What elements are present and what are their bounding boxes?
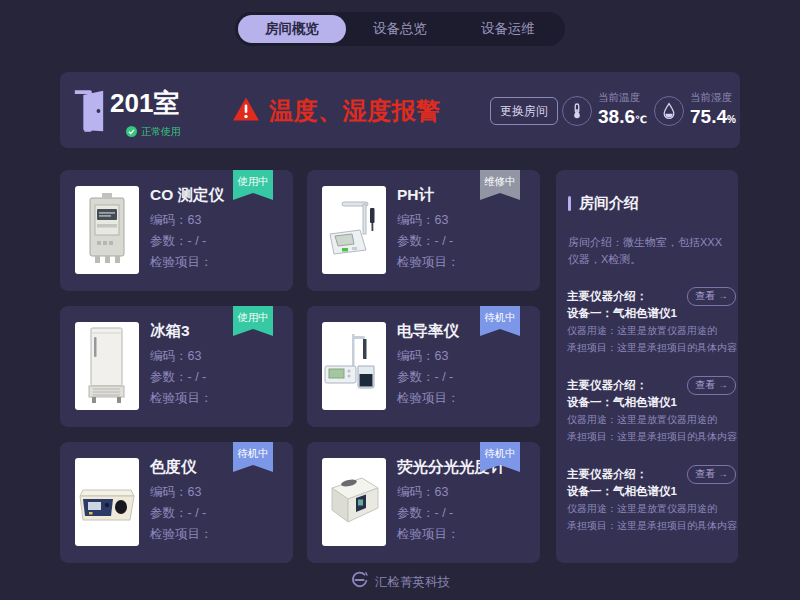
status-badge: 维修中 [480,170,520,200]
tab-room-overview[interactable]: 房间概览 [238,15,346,43]
instrument-sections: 主要仪器介绍： 查看 → 设备一：气相色谱仪1 仪器用途：这里是放置仪器用途的 … [567,288,736,555]
section-device: 设备一：气相色谱仪1 [567,483,736,500]
humidity-value: 75.4% [690,106,736,128]
device-image-conductivity-meter [322,322,386,410]
droplet-icon [654,96,684,126]
section-usage: 仪器用途：这里是放置仪器用途的 [567,500,736,517]
device-card-conductivity-meter[interactable]: 电导率仪 编码：63 参数：- / - 检验项目： 待机中 [307,306,540,427]
temperature-unit: ℃ [635,114,647,125]
device-params: 参数：- / - [150,231,213,252]
change-room-button[interactable]: 更换房间 [490,97,558,125]
instrument-section: 主要仪器介绍： 查看 → 设备一：气相色谱仪1 仪器用途：这里是放置仪器用途的 … [567,288,736,356]
device-details: 编码：63 参数：- / - 检验项目： [397,346,460,409]
status-badge: 待机中 [233,442,273,472]
current-temperature: 当前温度 38.6℃ [598,91,647,128]
device-image-co-meter [75,186,139,274]
door-icon [72,88,106,138]
tab-device-maintenance[interactable]: 设备运维 [454,15,562,43]
device-image-colorimeter [75,458,139,546]
section-project: 承担项目：这里是承担项目的具体内容 [567,428,736,445]
device-card-fluorometer[interactable]: 荧光分光光度计 编码：63 参数：- / - 检验项目： 待机中 [307,442,540,563]
device-code: 编码：63 [150,346,213,367]
device-name: 色度仪 [150,457,197,478]
device-name: 冰箱3 [150,321,190,342]
device-items: 检验项目： [150,252,213,273]
section-heading: 主要仪器介绍： [567,467,648,482]
device-image-ph-meter [322,186,386,274]
device-code: 编码：63 [397,346,460,367]
device-code: 编码：63 [397,210,460,231]
device-code: 编码：63 [150,482,213,503]
view-button[interactable]: 查看 → [687,465,736,484]
device-code: 编码：63 [397,482,460,503]
device-card-colorimeter[interactable]: 色度仪 编码：63 参数：- / - 检验项目： 待机中 [60,442,293,563]
room-intro-text: 房间介绍：微生物室，包括XXX仪器，X检测。 [568,234,728,268]
thermometer-icon [562,96,592,126]
alarm-text: 温度、湿度报警 [269,95,441,127]
device-card-co-meter[interactable]: CO 测定仪 编码：63 参数：- / - 检验项目： 使用中 [60,170,293,291]
device-image-fluorometer [322,458,386,546]
device-items: 检验项目： [150,388,213,409]
temperature-label: 当前温度 [598,91,647,105]
device-image-fridge [75,322,139,410]
instrument-section: 主要仪器介绍： 查看 → 设备一：气相色谱仪1 仪器用途：这里是放置仪器用途的 … [567,377,736,445]
device-card-ph-meter[interactable]: PH计 编码：63 参数：- / - 检验项目： 维修中 [307,170,540,291]
section-heading: 主要仪器介绍： [567,378,648,393]
room-intro-panel: 房间介绍 房间介绍：微生物室，包括XXX仪器，X检测。 主要仪器介绍： 查看 →… [556,170,738,563]
check-circle-icon [126,126,137,139]
status-badge: 使用中 [233,170,273,200]
alarm-banner: 温度、湿度报警 [232,95,441,127]
view-button[interactable]: 查看 → [687,376,736,395]
device-details: 编码：63 参数：- / - 检验项目： [397,482,460,545]
device-items: 检验项目： [150,524,213,545]
top-tabbar: 房间概览 设备总览 设备运维 [235,12,565,46]
room-intro-title: 房间介绍 [579,194,639,213]
section-usage: 仪器用途：这里是放置仪器用途的 [567,411,736,428]
accent-bar [568,196,571,211]
device-params: 参数：- / - [150,503,213,524]
device-name: CO 测定仪 [150,185,224,206]
section-project: 承担项目：这里是承担项目的具体内容 [567,339,736,356]
device-items: 检验项目： [397,388,460,409]
device-params: 参数：- / - [397,503,460,524]
device-items: 检验项目： [397,252,460,273]
device-card-grid: CO 测定仪 编码：63 参数：- / - 检验项目： 使用中 PH计 编码：6… [60,170,540,563]
current-humidity: 当前湿度 75.4% [690,91,736,128]
humidity-unit: % [727,114,736,125]
tab-device-overview[interactable]: 设备总览 [346,15,454,43]
device-details: 编码：63 参数：- / - 检验项目： [150,482,213,545]
device-code: 编码：63 [150,210,213,231]
device-details: 编码：63 参数：- / - 检验项目： [397,210,460,273]
status-badge: 使用中 [233,306,273,336]
device-card-fridge[interactable]: 冰箱3 编码：63 参数：- / - 检验项目： 使用中 [60,306,293,427]
device-details: 编码：63 参数：- / - 检验项目： [150,346,213,409]
view-button[interactable]: 查看 → [687,287,736,306]
room-status-text: 正常使用 [141,125,181,139]
section-usage: 仪器用途：这里是放置仪器用途的 [567,322,736,339]
device-params: 参数：- / - [397,231,460,252]
swirl-logo-icon [350,570,370,594]
temperature-value: 38.6℃ [598,106,647,128]
room-intro-header: 房间介绍 [568,194,639,213]
footer: 汇检菁英科技 [0,570,800,594]
device-params: 参数：- / - [150,367,213,388]
device-name: PH计 [397,185,434,206]
device-name: 电导率仪 [397,321,459,342]
device-items: 检验项目： [397,524,460,545]
section-device: 设备一：气相色谱仪1 [567,394,736,411]
section-heading: 主要仪器介绍： [567,289,648,304]
instrument-section: 主要仪器介绍： 查看 → 设备一：气相色谱仪1 仪器用途：这里是放置仪器用途的 … [567,466,736,534]
room-title: 201室 [110,86,179,121]
section-device: 设备一：气相色谱仪1 [567,305,736,322]
brand-name: 汇检菁英科技 [375,574,450,591]
section-project: 承担项目：这里是承担项目的具体内容 [567,517,736,534]
warning-triangle-icon [232,96,260,126]
device-params: 参数：- / - [397,367,460,388]
room-status-badge: 正常使用 [126,125,181,139]
room-header-panel: 201室 正常使用 温度、湿度报警 更换房间 当前温度 38.6℃ [60,72,740,148]
device-details: 编码：63 参数：- / - 检验项目： [150,210,213,273]
humidity-label: 当前湿度 [690,91,736,105]
status-badge: 待机中 [480,306,520,336]
